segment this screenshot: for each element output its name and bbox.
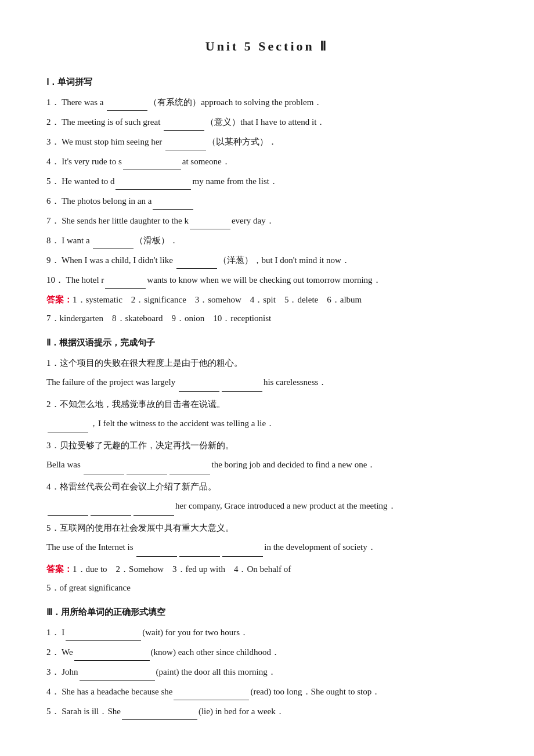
q1-4-num: 4． [46, 157, 60, 166]
q3-4-num: 4． [46, 687, 60, 696]
q1-9-num: 9． [46, 255, 60, 265]
q3-4: 4． She has a headache because she(read) … [46, 683, 488, 700]
q1-10: 10． The hotel rwants to know when we wil… [46, 271, 488, 289]
q1-8-text: I want a （滑板）． [62, 236, 178, 245]
q1-6-num: 6． [46, 196, 60, 206]
q1-10-num: 10． [46, 275, 64, 285]
q1-7-num: 7． [46, 216, 60, 225]
q1-5: 5． He wanted to dmy name from the list． [46, 172, 488, 190]
q3-2-text: We(know) each other since childhood． [62, 647, 280, 657]
q1-9: 9． When I was a child, I didn't like （洋葱… [46, 251, 488, 269]
q1-3: 3． We must stop him seeing her （以某种方式）． [46, 133, 488, 150]
section-3: Ⅲ．用所给单词的正确形式填空 1． I(wait) for you for tw… [46, 604, 488, 720]
section-1-heading: Ⅰ．单词拼写 [46, 74, 488, 90]
section-1: Ⅰ．单词拼写 1． There was a （有系统的）approach to … [46, 74, 488, 327]
q1-1: 1． There was a （有系统的）approach to solving… [46, 93, 488, 111]
q1-4: 4． It's very rude to sat someone． [46, 153, 488, 170]
q1-4-text: It's very rude to sat someone． [62, 157, 230, 166]
q3-5-num: 5． [46, 707, 60, 716]
q2-3-english: Bella was the boring job and decided to … [46, 455, 488, 474]
q3-2-num: 2． [46, 647, 60, 657]
q3-1-num: 1． [46, 628, 60, 637]
q1-2-num: 2． [46, 117, 60, 127]
q2-2-chinese: 2．不知怎么地，我感觉事故的目击者在说谎。 [46, 395, 488, 413]
q3-1: 1． I(wait) for you for two hours． [46, 624, 488, 641]
section-2-answer-2: 5．of great significance [46, 579, 488, 596]
q2-2-english: ，I felt the witness to the accident was … [46, 414, 488, 433]
q1-7-text: She sends her little daughter to the kev… [62, 216, 274, 225]
page-title: Unit 5 Section Ⅱ [46, 35, 488, 58]
q2-5-english: The use of the Internet is in the develo… [46, 538, 488, 557]
q1-8-num: 8． [46, 236, 60, 245]
q1-5-num: 5． [46, 177, 60, 186]
q1-7: 7． She sends her little daughter to the … [46, 212, 488, 229]
section-2: Ⅱ．根据汉语提示，完成句子 1．这个项目的失败在很大程度上是由于他的粗心。 Th… [46, 335, 488, 596]
section-3-heading: Ⅲ．用所给单词的正确形式填空 [46, 604, 488, 620]
q3-3-text: John(paint) the door all this morning． [62, 667, 276, 676]
q1-9-text: When I was a child, I didn't like （洋葱），b… [62, 255, 350, 265]
q1-3-text: We must stop him seeing her （以某种方式）． [62, 137, 277, 146]
section-2-heading: Ⅱ．根据汉语提示，完成句子 [46, 335, 488, 351]
q3-5: 5． Sarah is ill．She(lie) in bed for a we… [46, 703, 488, 720]
q3-4-text: She has a headache because she(read) too… [62, 687, 380, 696]
q1-6: 6． The photos belong in an a [46, 192, 488, 210]
q2-4-english: her company, Grace introduced a new prod… [46, 496, 488, 516]
q3-3: 3． John(paint) the door all this morning… [46, 663, 488, 681]
q3-1-text: I(wait) for you for two hours． [62, 628, 248, 637]
section-1-answer-2: 7．kindergarten 8．skateboard 9．onion 10．r… [46, 309, 488, 327]
q2-1-english: The failure of the project was largely h… [46, 373, 488, 392]
q3-2: 2． We(know) each other since childhood． [46, 643, 488, 661]
q2-1-chinese: 1．这个项目的失败在很大程度上是由于他的粗心。 [46, 354, 488, 372]
section-1-answer-1: 答案：1．systematic 2．significance 3．somehow… [46, 291, 488, 308]
q3-5-text: Sarah is ill．She(lie) in bed for a week． [62, 707, 284, 716]
q2-5-chinese: 5．互联网的使用在社会发展中具有重大大意义。 [46, 519, 488, 537]
q2-4-chinese: 4．格雷丝代表公司在会议上介绍了新产品。 [46, 478, 488, 495]
q2-3-chinese: 3．贝拉受够了无趣的工作，决定再找一份新的。 [46, 437, 488, 454]
q1-6-text: The photos belong in an a [62, 196, 194, 206]
section-2-answer-1: 答案：1．due to 2．Somehow 3．fed up with 4．On… [46, 560, 488, 578]
q1-2-text: The meeting is of such great （意义）that I … [62, 117, 325, 127]
q1-1-text-before: There was a （有系统的）approach to solving th… [62, 98, 322, 107]
q1-2: 2． The meeting is of such great （意义）that… [46, 113, 488, 131]
q1-1-num: 1． [46, 98, 60, 107]
q1-10-text: The hotel rwants to know when we will be… [66, 275, 381, 285]
q1-3-num: 3． [46, 137, 60, 146]
q1-8: 8． I want a （滑板）． [46, 232, 488, 249]
q3-3-num: 3． [46, 667, 60, 676]
q1-5-text: He wanted to dmy name from the list． [62, 177, 278, 186]
